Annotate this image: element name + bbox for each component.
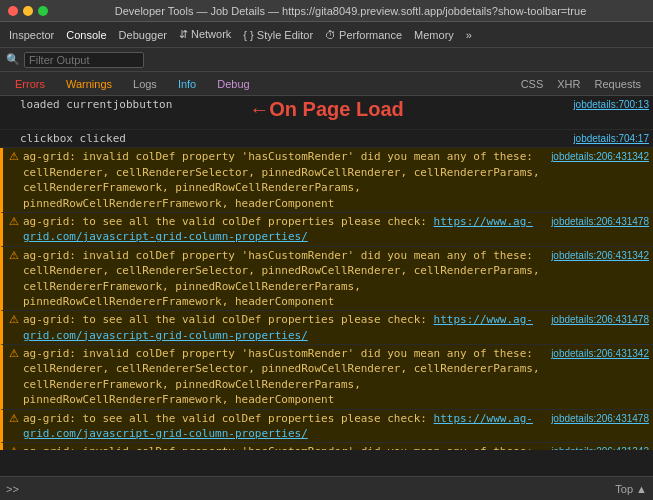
row-content-3: ag-grid: to see all the valid colDef pro… bbox=[23, 214, 547, 245]
tab-css[interactable]: CSS bbox=[515, 77, 550, 91]
toolbar-style-editor[interactable]: { } Style Editor bbox=[238, 27, 318, 43]
bottom-bar: >> Top ▲ bbox=[0, 476, 653, 500]
row-icon-3: ⚠ bbox=[7, 215, 21, 228]
filter-icon: 🔍 bbox=[6, 53, 20, 66]
filter-errors[interactable]: Errors bbox=[6, 76, 54, 92]
row-location-3[interactable]: jobdetails:206:431478 bbox=[551, 216, 649, 227]
row-content-7: ag-grid: to see all the valid colDef pro… bbox=[23, 411, 547, 442]
row-content-5: ag-grid: to see all the valid colDef pro… bbox=[23, 312, 547, 343]
row-link-5[interactable]: https://www.ag-grid.com/javascript-grid-… bbox=[23, 313, 533, 341]
row-location-6[interactable]: jobdetails:206:431342 bbox=[551, 348, 649, 359]
row-icon-4: ⚠ bbox=[7, 249, 21, 262]
row-location-2[interactable]: jobdetails:206:431342 bbox=[551, 151, 649, 162]
right-tabs: CSS XHR Requests bbox=[515, 77, 647, 91]
prompt-icon: >> bbox=[6, 483, 19, 495]
row-location-4[interactable]: jobdetails:206:431342 bbox=[551, 250, 649, 261]
title-bar: Developer Tools — Job Details — https://… bbox=[0, 0, 653, 22]
row-location-8[interactable]: jobdetails:206:431342 bbox=[551, 446, 649, 450]
row-content-2: ag-grid: invalid colDef property 'hasCus… bbox=[23, 149, 547, 211]
console-row-5: ⚠ag-grid: to see all the valid colDef pr… bbox=[0, 311, 653, 345]
row-location-1[interactable]: jobdetails:704:17 bbox=[573, 133, 649, 144]
console-row-7: ⚠ag-grid: to see all the valid colDef pr… bbox=[0, 410, 653, 444]
row-link-7[interactable]: https://www.ag-grid.com/javascript-grid-… bbox=[23, 412, 533, 440]
row-content-6: ag-grid: invalid colDef property 'hasCus… bbox=[23, 346, 547, 408]
toolbar-performance[interactable]: ⏱ Performance bbox=[320, 27, 407, 43]
console-row-1: clickbox clickedjobdetails:704:17 bbox=[0, 130, 653, 148]
scroll-top[interactable]: Top ▲ bbox=[615, 483, 647, 495]
toolbar-memory[interactable]: Memory bbox=[409, 27, 459, 43]
devtools-toolbar: Inspector Console Debugger ⇵ Network { }… bbox=[0, 22, 653, 48]
row-location-0[interactable]: jobdetails:700:13 bbox=[573, 99, 649, 110]
close-dot[interactable] bbox=[8, 6, 18, 16]
filter-bar: 🔍 bbox=[0, 48, 653, 72]
minimize-dot[interactable] bbox=[23, 6, 33, 16]
filter-input[interactable] bbox=[24, 52, 144, 68]
row-location-7[interactable]: jobdetails:206:431478 bbox=[551, 413, 649, 424]
console-row-2: ⚠ag-grid: invalid colDef property 'hasCu… bbox=[0, 148, 653, 213]
console-row-4: ⚠ag-grid: invalid colDef property 'hasCu… bbox=[0, 247, 653, 312]
console-row-0: ←On Page Loadloaded currentjobbuttonjobd… bbox=[0, 96, 653, 130]
console-input[interactable] bbox=[23, 482, 611, 495]
row-icon-2: ⚠ bbox=[7, 150, 21, 163]
message-filter-bar: Errors Warnings Logs Info Debug CSS XHR … bbox=[0, 72, 653, 96]
row-location-5[interactable]: jobdetails:206:431478 bbox=[551, 314, 649, 325]
filter-debug[interactable]: Debug bbox=[208, 76, 258, 92]
row-content-4: ag-grid: invalid colDef property 'hasCus… bbox=[23, 248, 547, 310]
console-row-3: ⚠ag-grid: to see all the valid colDef pr… bbox=[0, 213, 653, 247]
row-content-0: loaded currentjobbutton bbox=[20, 97, 569, 112]
row-icon-6: ⚠ bbox=[7, 347, 21, 360]
row-icon-5: ⚠ bbox=[7, 313, 21, 326]
tab-xhr[interactable]: XHR bbox=[551, 77, 586, 91]
toolbar-console[interactable]: Console bbox=[61, 27, 111, 43]
toolbar-network[interactable]: ⇵ Network bbox=[174, 26, 236, 43]
filter-warnings[interactable]: Warnings bbox=[57, 76, 121, 92]
console-row-8: ⚠ag-grid: invalid colDef property 'hasCu… bbox=[0, 443, 653, 450]
row-icon-8: ⚠ bbox=[7, 445, 21, 450]
toolbar-more[interactable]: » bbox=[461, 27, 477, 43]
maximize-dot[interactable] bbox=[38, 6, 48, 16]
toolbar-inspector[interactable]: Inspector bbox=[4, 27, 59, 43]
row-icon-7: ⚠ bbox=[7, 412, 21, 425]
title-text: Developer Tools — Job Details — https://… bbox=[56, 5, 645, 17]
filter-info[interactable]: Info bbox=[169, 76, 205, 92]
tab-requests[interactable]: Requests bbox=[589, 77, 647, 91]
row-content-1: clickbox clicked bbox=[20, 131, 569, 146]
console-output: ←On Page Loadloaded currentjobbuttonjobd… bbox=[0, 96, 653, 450]
console-row-6: ⚠ag-grid: invalid colDef property 'hasCu… bbox=[0, 345, 653, 410]
row-link-3[interactable]: https://www.ag-grid.com/javascript-grid-… bbox=[23, 215, 533, 243]
row-content-8: ag-grid: invalid colDef property 'hasCus… bbox=[23, 444, 547, 450]
window-controls[interactable] bbox=[8, 6, 48, 16]
toolbar-debugger[interactable]: Debugger bbox=[114, 27, 172, 43]
filter-logs[interactable]: Logs bbox=[124, 76, 166, 92]
